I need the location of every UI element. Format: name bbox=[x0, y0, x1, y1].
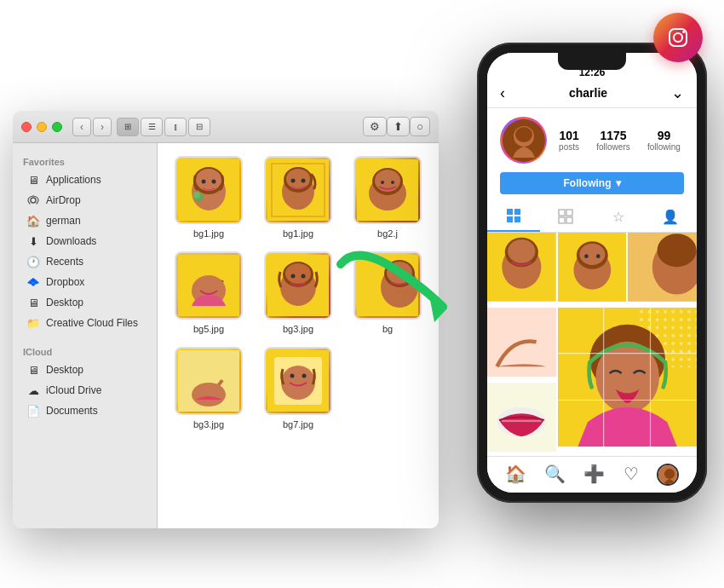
sidebar-item-icloud-desktop[interactable]: 🖥 Desktop bbox=[16, 360, 153, 380]
file-item-bg5[interactable]: bg5.jpg bbox=[170, 251, 247, 334]
following-button-label: Following bbox=[564, 177, 612, 189]
nav-buttons: ‹ › bbox=[72, 118, 112, 136]
instagram-logo-circle bbox=[653, 13, 703, 62]
search-nav-icon[interactable]: 🔍 bbox=[544, 464, 566, 486]
tab-tag[interactable] bbox=[540, 201, 593, 232]
file-thumb-bg3-2 bbox=[175, 347, 243, 415]
german-icon: 🏠 bbox=[26, 214, 40, 228]
list-view-button[interactable]: ☰ bbox=[141, 118, 163, 136]
tab-grid[interactable] bbox=[487, 201, 540, 232]
sidebar-item-desktop[interactable]: 🖥 Desktop bbox=[16, 292, 153, 313]
home-nav-icon[interactable]: 🏠 bbox=[505, 464, 526, 486]
grid-cell-large-pop-art[interactable] bbox=[558, 308, 697, 447]
file-item-bg2[interactable]: bg2.j bbox=[349, 156, 426, 239]
following-label: following bbox=[647, 142, 681, 152]
file-thumb-bg1-2 bbox=[264, 156, 332, 224]
sidebar-item-airdrop[interactable]: AirDrop bbox=[16, 190, 153, 210]
sidebar-item-downloads-label: Downloads bbox=[46, 235, 96, 247]
following-button[interactable]: Following ▾ bbox=[500, 172, 684, 194]
file-name-bg-partial: bg bbox=[382, 324, 393, 334]
svg-rect-50 bbox=[514, 209, 520, 215]
file-name-bg3-1: bg3.jpg bbox=[283, 324, 313, 334]
sidebar-item-dropbox[interactable]: Dropbox bbox=[16, 272, 153, 292]
svg-rect-83 bbox=[502, 420, 541, 422]
dropdown-icon: ▾ bbox=[616, 177, 621, 189]
svg-point-18 bbox=[291, 179, 296, 183]
sidebar-item-applications[interactable]: 🖥 Applications bbox=[16, 170, 153, 190]
tab-bookmark[interactable]: ☆ bbox=[592, 201, 645, 232]
profile-section: 101 posts 1175 followers 99 following bbox=[487, 108, 697, 172]
file-item-bg1-1[interactable]: bg1.jpg bbox=[170, 156, 247, 239]
phone-navbar: 🏠 🔍 ➕ ♡ bbox=[487, 456, 697, 493]
file-thumb-bg5 bbox=[175, 251, 243, 320]
add-post-nav-icon[interactable]: ➕ bbox=[583, 464, 605, 486]
following-stat: 99 following bbox=[647, 129, 681, 152]
profile-username: charlie bbox=[505, 86, 671, 100]
action-button[interactable]: ⚙ bbox=[363, 117, 387, 136]
applications-icon: 🖥 bbox=[26, 173, 40, 187]
sidebar-item-documents-label: Documents bbox=[46, 405, 98, 417]
file-name-bg1-2: bg1.jpg bbox=[283, 228, 313, 239]
svg-point-24 bbox=[381, 181, 384, 184]
more-options-icon[interactable]: ⌄ bbox=[671, 84, 684, 102]
traffic-lights bbox=[21, 122, 62, 132]
grid-cell-3[interactable] bbox=[628, 233, 697, 302]
sidebar-item-downloads[interactable]: ⬇ Downloads bbox=[16, 231, 153, 251]
insta-header: ‹ charlie ⌄ bbox=[487, 78, 697, 108]
grid-cell-5[interactable] bbox=[487, 383, 556, 452]
svg-point-25 bbox=[391, 181, 394, 184]
file-item-bg7[interactable]: bg7.jpg bbox=[260, 347, 336, 429]
sidebar-item-creative-cloud[interactable]: 📁 Creative Cloud Files bbox=[16, 313, 153, 333]
svg-point-32 bbox=[291, 274, 296, 279]
icloud-section-title: iCloud bbox=[13, 342, 157, 360]
sidebar-item-documents[interactable]: 📄 Documents bbox=[16, 401, 153, 421]
heart-nav-icon[interactable]: ♡ bbox=[623, 464, 639, 486]
tag-button[interactable]: ○ bbox=[410, 117, 430, 136]
documents-icon: 📄 bbox=[26, 404, 40, 418]
icon-view-button[interactable]: ⊞ bbox=[117, 118, 139, 136]
file-item-bg1-2[interactable]: bg1.jpg bbox=[260, 156, 336, 239]
maximize-button[interactable] bbox=[52, 122, 62, 132]
gallery-view-button[interactable]: ⊟ bbox=[188, 118, 210, 136]
sidebar-item-icloud-drive[interactable]: ☁ iCloud Drive bbox=[16, 380, 153, 401]
tab-person[interactable]: 👤 bbox=[645, 201, 698, 232]
sidebar-item-german-label: german bbox=[46, 215, 81, 227]
followers-stat: 1175 followers bbox=[596, 129, 629, 152]
file-name-bg1-1: bg1.jpg bbox=[193, 228, 224, 239]
close-button[interactable] bbox=[21, 122, 32, 132]
creative-cloud-icon: 📁 bbox=[26, 316, 40, 330]
sidebar-item-german[interactable]: 🏠 german bbox=[16, 210, 153, 231]
svg-point-69 bbox=[658, 233, 697, 267]
svg-rect-55 bbox=[559, 217, 565, 223]
file-item-bg3-2[interactable]: bg3.jpg bbox=[170, 347, 247, 429]
finder-sidebar: Favorites 🖥 Applications AirDrop bbox=[13, 143, 158, 528]
svg-rect-53 bbox=[559, 210, 565, 216]
favorites-section-title: Favorites bbox=[13, 152, 157, 170]
minimize-button[interactable] bbox=[37, 122, 47, 132]
column-view-button[interactable]: ⫿ bbox=[164, 118, 187, 136]
file-item-bg-partial[interactable]: bg bbox=[349, 251, 426, 334]
back-button[interactable]: ‹ bbox=[72, 118, 91, 136]
file-name-bg3-2: bg3.jpg bbox=[193, 419, 224, 429]
pop-art-illustration bbox=[558, 308, 697, 447]
file-item-bg3-1[interactable]: bg3.jpg bbox=[260, 251, 336, 334]
svg-rect-54 bbox=[566, 210, 572, 216]
sidebar-item-recents[interactable]: 🕐 Recents bbox=[16, 251, 153, 272]
finder-main: bg1.jpg bbox=[158, 143, 439, 528]
share-button[interactable]: ⬆ bbox=[387, 117, 410, 136]
instagram-grid bbox=[487, 233, 697, 456]
grid-cell-1[interactable] bbox=[487, 233, 556, 302]
profile-nav-icon[interactable] bbox=[657, 464, 679, 486]
forward-button[interactable]: › bbox=[93, 118, 112, 136]
svg-rect-51 bbox=[507, 216, 513, 222]
dropbox-icon bbox=[26, 275, 40, 289]
followers-count: 1175 bbox=[600, 129, 626, 142]
grid-cell-4[interactable] bbox=[487, 308, 556, 377]
scene: ‹ › ⊞ ☰ ⫿ ⊟ ⚙ ⬆ ○ Favorites 🖥 Applicatio… bbox=[0, 0, 724, 588]
svg-point-33 bbox=[302, 274, 306, 279]
svg-point-87 bbox=[674, 33, 682, 42]
svg-point-12 bbox=[193, 192, 200, 199]
svg-rect-56 bbox=[566, 217, 572, 223]
grid-cell-2[interactable] bbox=[558, 233, 627, 302]
icloud-desktop-icon: 🖥 bbox=[26, 363, 40, 377]
